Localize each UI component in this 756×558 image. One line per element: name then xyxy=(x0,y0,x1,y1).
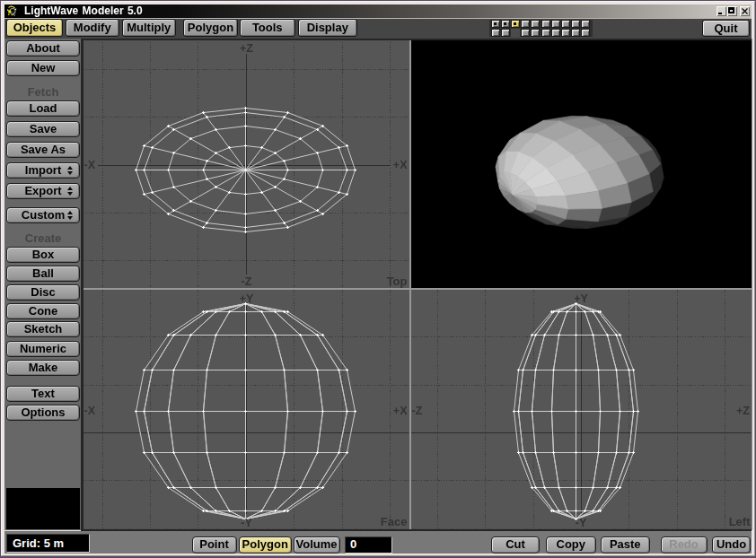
svg-text:Top: Top xyxy=(387,275,408,288)
svg-text:-Z: -Z xyxy=(242,275,252,288)
svg-text:+X: +X xyxy=(393,405,408,417)
svg-text:-X: -X xyxy=(84,405,96,417)
svg-text:+Y: +Y xyxy=(574,292,588,305)
svg-text:-Z: -Z xyxy=(412,405,423,417)
svg-text:-X: -X xyxy=(84,159,96,171)
svg-text:+Y: +Y xyxy=(240,292,254,305)
svg-text:Left: Left xyxy=(729,515,752,528)
svg-text:+Z: +Z xyxy=(240,42,253,55)
svg-text:+Z: +Z xyxy=(736,405,750,417)
svg-text:-Y: -Y xyxy=(241,517,252,529)
svg-text:+X: +X xyxy=(393,159,408,171)
svg-text:Face: Face xyxy=(381,515,408,528)
svg-text:-Y: -Y xyxy=(576,517,587,529)
